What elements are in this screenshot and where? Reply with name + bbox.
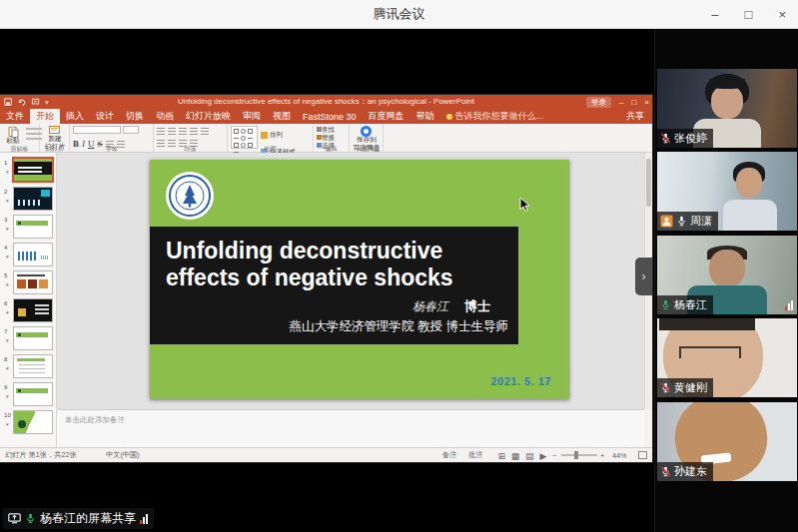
- slide-sorter-view-icon[interactable]: ▦: [511, 451, 520, 461]
- tab-review[interactable]: 审阅: [237, 109, 267, 124]
- italic-button[interactable]: I: [82, 139, 85, 149]
- group-label: 剪贴板: [8, 145, 31, 153]
- notes-pane[interactable]: 单击此处添加备注: [57, 409, 644, 447]
- bold-button[interactable]: B: [73, 139, 79, 149]
- font-name-box[interactable]: [73, 126, 121, 134]
- thumbnail-slide-7[interactable]: 7∗: [13, 326, 53, 350]
- participant-tile-yangchunjiang[interactable]: 杨春江: [657, 236, 797, 314]
- group-label: 编辑: [321, 145, 342, 153]
- comments-toggle-button[interactable]: 批注: [468, 450, 482, 460]
- thumbnail-slide-3[interactable]: 3∗: [13, 215, 53, 239]
- zoom-control[interactable]: − +: [552, 450, 606, 461]
- reading-view-icon[interactable]: ▤: [525, 451, 534, 461]
- thumbnail-slide-10[interactable]: 10∗: [13, 410, 53, 434]
- participant-name-badge: 张俊婷: [657, 129, 713, 148]
- tab-slideshow[interactable]: 幻灯片放映: [180, 109, 237, 124]
- thumbnail-slide-6[interactable]: 6∗: [13, 298, 53, 322]
- screen-share-banner: 杨春江的屏幕共享: [3, 508, 154, 529]
- ppt-share-button[interactable]: 共享: [618, 109, 652, 124]
- arrange-button[interactable]: 排列: [261, 128, 310, 142]
- minimize-icon[interactable]: –: [711, 7, 718, 22]
- mouse-cursor: [519, 197, 530, 213]
- animation-star-icon: ∗: [5, 393, 10, 399]
- animation-star-icon: ∗: [5, 198, 10, 204]
- notes-toggle-button[interactable]: 备注: [442, 450, 456, 460]
- tab-home[interactable]: 开始: [30, 109, 60, 124]
- zoom-in-icon[interactable]: +: [600, 451, 604, 459]
- ppt-maximize-icon[interactable]: □: [631, 98, 636, 107]
- animation-star-icon: ∗: [5, 281, 10, 287]
- host-badge-icon: [660, 215, 673, 228]
- tab-help[interactable]: 帮助: [410, 109, 440, 124]
- thumbnail-slide-8[interactable]: 8∗: [13, 354, 53, 378]
- tab-view[interactable]: 视图: [267, 109, 297, 124]
- ppt-minimize-icon[interactable]: –: [619, 98, 623, 107]
- fit-to-window-icon[interactable]: [638, 451, 647, 459]
- animation-star-icon: ∗: [5, 421, 10, 427]
- font-size-box[interactable]: [123, 126, 139, 134]
- tab-design[interactable]: 设计: [90, 109, 120, 124]
- slideshow-view-icon[interactable]: ▶: [539, 451, 546, 461]
- participant-name: 张俊婷: [674, 131, 707, 146]
- animation-star-icon: ∗: [5, 226, 10, 232]
- zoom-out-icon[interactable]: −: [552, 451, 556, 459]
- tab-insert[interactable]: 插入: [60, 109, 90, 124]
- participant-tile-zhangjunting[interactable]: 张俊婷: [657, 69, 797, 148]
- zoom-percentage[interactable]: 44%: [612, 451, 626, 459]
- tab-transitions[interactable]: 切换: [120, 109, 150, 124]
- participant-tile-sunjiandong[interactable]: 孙建东: [657, 402, 797, 481]
- login-button[interactable]: 登录: [586, 97, 611, 108]
- zoom-slider[interactable]: [561, 454, 597, 456]
- microphone-on-icon: [25, 513, 36, 524]
- slide-thumbnail-panel: 1∗ 2∗ 3∗ 4∗ 5∗ 6∗ 7∗ 8∗ 9∗ 10∗: [0, 153, 57, 447]
- tab-faststone[interactable]: FastStone 30: [297, 109, 363, 124]
- animation-star-icon: ∗: [5, 254, 10, 260]
- clipboard-group: 粘贴 剪贴板: [0, 124, 40, 152]
- normal-view-icon[interactable]: ⊞: [497, 451, 505, 461]
- drawing-group: 排列 快速样式 绘图: [228, 124, 314, 152]
- participant-tile-zhouxiao[interactable]: 周潇: [657, 152, 797, 231]
- animation-star-icon: ∗: [5, 365, 10, 371]
- sidebar-collapse-tab[interactable]: ›: [635, 258, 652, 295]
- ppt-close-icon[interactable]: ×: [644, 98, 649, 107]
- microphone-muted-icon: [660, 466, 671, 477]
- participant-tile-huangjiangang[interactable]: 黄健刚: [657, 318, 797, 397]
- ribbon: 粘贴 剪贴板 新建幻灯片 幻灯片: [0, 124, 652, 153]
- lightbulb-icon: [446, 114, 452, 120]
- participant-name-badge: 黄健刚: [657, 378, 713, 397]
- group-label: 百度网盘: [357, 145, 377, 153]
- thumbnail-slide-1[interactable]: 1∗: [12, 157, 54, 183]
- ppt-titlebar: ▾ Unfolding deconstructive effects of ne…: [0, 95, 652, 109]
- thumbnail-slide-5[interactable]: 5∗: [13, 270, 53, 294]
- author-affiliation: 燕山大学经济管理学院 教授 博士生导师: [150, 318, 518, 335]
- animation-star-icon: ∗: [5, 337, 10, 343]
- tab-baidu-netdisk[interactable]: 百度网盘: [363, 109, 410, 124]
- maximize-icon[interactable]: □: [745, 7, 753, 22]
- close-icon[interactable]: ×: [778, 7, 786, 22]
- slides-group: 新建幻灯片 幻灯片: [40, 124, 70, 152]
- app-title: 腾讯会议: [0, 0, 798, 28]
- participant-name: 黄健刚: [674, 380, 707, 395]
- participant-name: 周潇: [690, 214, 712, 229]
- find-button[interactable]: 查找: [317, 126, 342, 133]
- view-switcher[interactable]: ⊞ ▦ ▤ ▶: [494, 450, 546, 461]
- thumbnail-slide-4[interactable]: 4∗: [13, 243, 53, 266]
- thumbnail-slide-9[interactable]: 9∗: [13, 382, 53, 406]
- powerpoint-window: ▾ Unfolding deconstructive effects of ne…: [0, 95, 652, 462]
- tab-file[interactable]: 文件: [0, 109, 30, 124]
- list-buttons[interactable]: [157, 128, 209, 135]
- group-label: 段落: [169, 145, 213, 153]
- microphone-muted-icon: [660, 382, 671, 393]
- share-banner-label: 杨春江的屏幕共享: [40, 510, 136, 527]
- slide-canvas[interactable]: Unfolding deconstructive effects of nega…: [57, 153, 644, 409]
- ppt-status-bar: 幻灯片 第1张，共22张 中文(中国) 备注 批注 ⊞ ▦ ▤ ▶ − +: [0, 447, 652, 462]
- tell-me-search[interactable]: 告诉我你想要做什么...: [440, 109, 550, 124]
- tab-animations[interactable]: 动画: [150, 109, 180, 124]
- thumbnail-slide-2[interactable]: 2∗: [13, 187, 53, 211]
- author-name: 杨春江: [412, 299, 448, 313]
- current-slide[interactable]: Unfolding deconstructive effects of nega…: [150, 160, 569, 399]
- animation-star-icon: ∗: [5, 169, 10, 175]
- zoom-slider-knob[interactable]: [574, 451, 578, 459]
- slide-date: 2021. 5. 17: [490, 375, 551, 387]
- replace-button[interactable]: 替换: [317, 134, 342, 141]
